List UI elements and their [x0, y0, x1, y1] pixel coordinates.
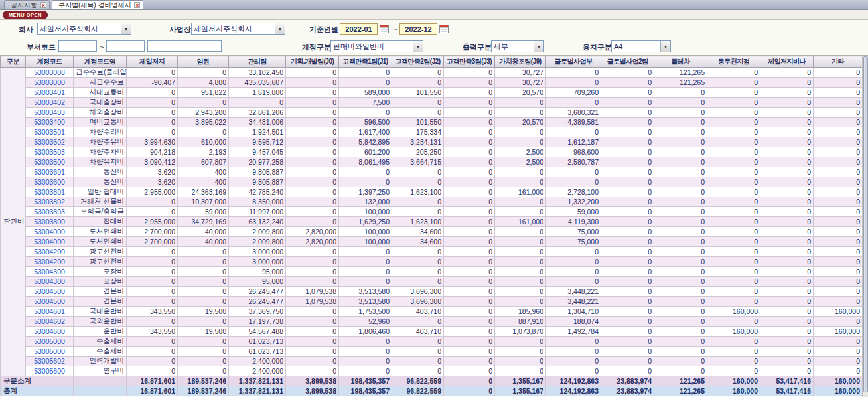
value-cell[interactable]: 0 [286, 118, 339, 127]
account-code-cell[interactable]: 53003401 [26, 88, 74, 98]
value-cell[interactable]: 887,910 [495, 317, 546, 327]
value-cell[interactable]: 0 [654, 257, 707, 267]
value-cell[interactable]: 0 [339, 357, 392, 366]
table-row[interactable]: 53003403해외출장비02,943,20032,861,206000003,… [1, 108, 863, 118]
value-cell[interactable]: 0 [601, 78, 654, 88]
value-cell[interactable]: 3,448,221 [546, 297, 601, 307]
value-cell[interactable]: 0 [707, 108, 760, 118]
column-header[interactable]: 플레차 [654, 56, 707, 68]
value-cell[interactable]: 0 [814, 227, 863, 237]
value-cell[interactable]: 0 [654, 277, 707, 287]
value-cell[interactable]: 20,570 [495, 88, 546, 98]
value-cell[interactable]: 0 [286, 187, 339, 197]
value-cell[interactable]: 0 [654, 207, 707, 217]
account-code-cell[interactable]: 53003601 [26, 167, 74, 177]
value-cell[interactable]: 1,332,200 [546, 197, 601, 207]
value-cell[interactable]: 160,000 [707, 386, 760, 396]
value-cell[interactable]: 0 [654, 287, 707, 297]
value-cell[interactable]: 0 [444, 207, 495, 217]
account-code-cell[interactable]: 53003800 [26, 217, 74, 227]
value-cell[interactable]: 2,700,000 [127, 227, 178, 237]
value-cell[interactable]: 0 [654, 197, 707, 207]
value-cell[interactable]: 0 [286, 157, 339, 167]
value-cell[interactable]: 24,363,169 [178, 187, 229, 197]
value-cell[interactable]: 0 [444, 127, 495, 137]
value-cell[interactable]: 1,629,250 [339, 217, 392, 227]
value-cell[interactable]: 0 [814, 88, 863, 98]
value-cell[interactable]: 0 [707, 297, 760, 307]
value-cell[interactable]: 0 [286, 366, 339, 376]
value-cell[interactable]: 10,307,000 [178, 197, 229, 207]
value-cell[interactable]: 0 [339, 347, 392, 357]
value-cell[interactable]: 0 [444, 287, 495, 297]
value-cell[interactable]: 0 [392, 267, 444, 277]
value-cell[interactable]: 0 [760, 297, 814, 307]
account-name-cell[interactable]: 통신비 [74, 177, 127, 187]
value-cell[interactable]: 160,000 [707, 376, 760, 386]
value-cell[interactable]: 400 [178, 177, 229, 187]
account-code-cell[interactable]: 53004500 [26, 287, 74, 297]
value-cell[interactable]: 0 [654, 88, 707, 98]
value-cell[interactable]: 0 [444, 237, 495, 247]
value-cell[interactable]: 1,623,100 [392, 187, 444, 197]
value-cell[interactable]: 101,550 [392, 118, 444, 127]
value-cell[interactable]: 53,417,416 [760, 386, 814, 396]
value-cell[interactable]: 0 [444, 327, 495, 337]
account-code-cell[interactable]: 53003402 [26, 98, 74, 108]
value-cell[interactable]: 0 [339, 267, 392, 277]
value-cell[interactable]: 0 [178, 317, 229, 327]
value-cell[interactable]: 0 [127, 357, 178, 366]
value-cell[interactable]: 0 [178, 287, 229, 297]
value-cell[interactable]: 0 [444, 78, 495, 88]
value-cell[interactable]: 0 [444, 347, 495, 357]
value-cell[interactable]: 0 [339, 366, 392, 376]
value-cell[interactable]: 0 [707, 187, 760, 197]
value-cell[interactable]: 435,035,607 [229, 78, 286, 88]
value-cell[interactable]: 0 [601, 98, 654, 108]
total-row[interactable]: 총계16,871,601189,537,2461,337,821,1313,89… [1, 386, 863, 396]
value-cell[interactable]: 0 [707, 287, 760, 297]
value-cell[interactable]: 34,481,006 [229, 118, 286, 127]
account-name-cell[interactable]: 포장비 [74, 277, 127, 287]
value-cell[interactable]: 0 [286, 307, 339, 317]
value-cell[interactable]: 0 [601, 297, 654, 307]
value-cell[interactable]: 1,337,821,131 [229, 386, 286, 396]
value-cell[interactable]: 0 [444, 277, 495, 287]
value-cell[interactable]: 0 [760, 257, 814, 267]
value-cell[interactable]: 0 [601, 197, 654, 207]
value-cell[interactable]: 1,924,501 [229, 127, 286, 137]
value-cell[interactable]: 0 [178, 267, 229, 277]
menu-open-button[interactable]: MENU OPEN [3, 11, 48, 19]
value-cell[interactable]: 0 [601, 147, 654, 157]
value-cell[interactable]: 160,000 [707, 307, 760, 317]
value-cell[interactable]: 0 [178, 68, 229, 78]
value-cell[interactable]: 0 [392, 277, 444, 287]
value-cell[interactable]: 0 [760, 267, 814, 277]
tab-close-icon[interactable]: x [40, 2, 46, 8]
account-name-cell[interactable]: 도서인쇄비 [74, 237, 127, 247]
value-cell[interactable]: 19,500 [178, 327, 229, 337]
value-cell[interactable]: 0 [392, 337, 444, 347]
value-cell[interactable]: 2,580,787 [546, 157, 601, 167]
value-cell[interactable]: 0 [495, 267, 546, 277]
value-cell[interactable]: 0 [495, 167, 546, 177]
value-cell[interactable]: 0 [760, 137, 814, 147]
column-header[interactable]: 고객만족3팀(J3) [444, 56, 495, 68]
value-cell[interactable]: -3,090,412 [127, 157, 178, 167]
value-cell[interactable]: 0 [707, 277, 760, 287]
value-cell[interactable]: 0 [760, 287, 814, 297]
account-code-cell[interactable]: 53003802 [26, 197, 74, 207]
account-name-cell[interactable]: 연구비 [74, 366, 127, 376]
value-cell[interactable]: 0 [495, 347, 546, 357]
value-cell[interactable]: 709,260 [546, 88, 601, 98]
value-cell[interactable]: 2,009,800 [229, 227, 286, 237]
table-row[interactable]: 53003402국내출장비00007,500000000000 [1, 98, 863, 108]
column-header[interactable]: 제일저지비나 [760, 56, 814, 68]
table-row[interactable]: 53003801일반 접대비2,955,00024,363,16942,785,… [1, 187, 863, 197]
value-cell[interactable]: 0 [444, 227, 495, 237]
value-cell[interactable]: 951,822 [178, 88, 229, 98]
value-cell[interactable]: 0 [814, 127, 863, 137]
value-cell[interactable]: 0 [601, 247, 654, 257]
value-cell[interactable]: 3,895,022 [178, 118, 229, 127]
value-cell[interactable]: 0 [392, 78, 444, 88]
